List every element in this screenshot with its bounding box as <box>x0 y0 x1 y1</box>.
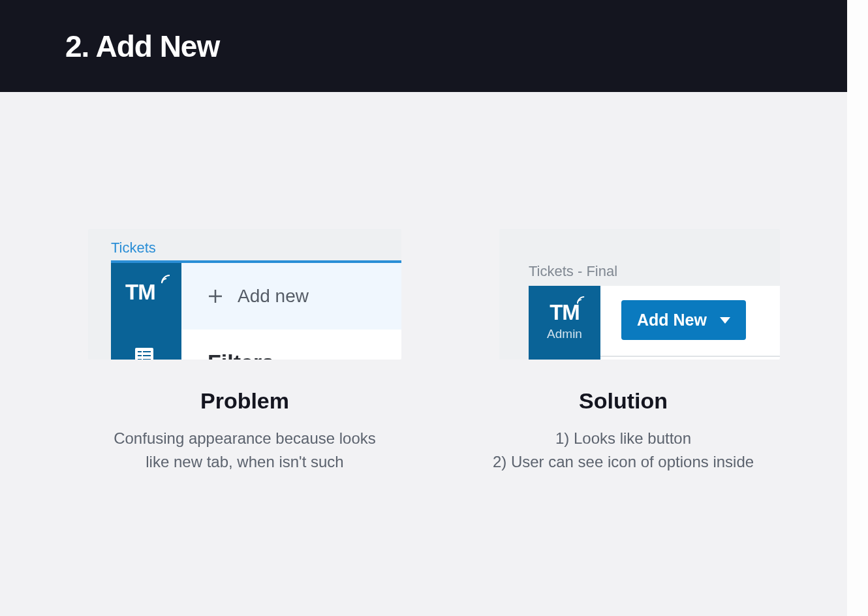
svg-marker-9 <box>720 317 730 324</box>
main-area: Add New <box>600 286 780 360</box>
solution-line1: 1) Looks like button <box>555 429 691 447</box>
problem-line2: like new tab, when isn't such <box>146 453 343 470</box>
tm-logo: TM <box>550 301 580 323</box>
problem-mockup: Tickets TM Add n <box>88 229 401 360</box>
solution-line2: 2) User can see icon of options inside <box>493 453 754 470</box>
tm-logo: TM <box>125 280 155 305</box>
tab-tickets[interactable]: Tickets <box>111 239 156 256</box>
divider <box>600 356 780 357</box>
admin-label: Admin <box>547 327 582 341</box>
problem-description: Confusing appearance because looks like … <box>114 427 376 474</box>
solution-description: 1) Looks like button 2) User can see ico… <box>493 427 754 474</box>
filters-row: Filters <box>181 330 401 360</box>
problem-line1: Confusing appearance because looks <box>114 429 376 447</box>
solution-column: Tickets - Final TM Admin Add New <box>467 229 780 474</box>
add-new-button-label: Add New <box>637 311 707 330</box>
sidebar: TM Admin <box>529 286 600 360</box>
solution-mockup: Tickets - Final TM Admin Add New <box>499 229 780 360</box>
list-icon <box>135 348 153 360</box>
page-title: 2. Add New <box>65 29 219 64</box>
svg-rect-2 <box>143 351 151 352</box>
tm-logo-text: TM <box>550 300 580 324</box>
svg-rect-3 <box>138 355 142 356</box>
add-new-button[interactable]: Add New <box>621 300 746 340</box>
sidebar <box>111 263 181 360</box>
add-new-row[interactable]: Add new <box>181 263 401 330</box>
svg-rect-6 <box>143 359 151 360</box>
scrollbar-track[interactable] <box>847 0 868 616</box>
content-row: Tickets TM Add n <box>0 92 868 474</box>
problem-heading: Problem <box>200 388 289 414</box>
filters-label: Filters <box>208 350 274 360</box>
svg-rect-0 <box>135 348 153 360</box>
add-new-label: Add new <box>238 286 309 307</box>
solution-heading: Solution <box>579 388 668 414</box>
chevron-down-icon <box>720 317 730 324</box>
plus-icon <box>208 288 223 304</box>
svg-rect-1 <box>138 351 142 352</box>
signal-icon <box>577 296 585 304</box>
svg-rect-5 <box>138 359 142 360</box>
signal-icon <box>161 275 170 284</box>
tab-tickets-final[interactable]: Tickets - Final <box>529 263 617 280</box>
page-header: 2. Add New <box>0 0 868 92</box>
problem-column: Tickets TM Add n <box>88 229 401 474</box>
svg-rect-4 <box>143 355 151 356</box>
